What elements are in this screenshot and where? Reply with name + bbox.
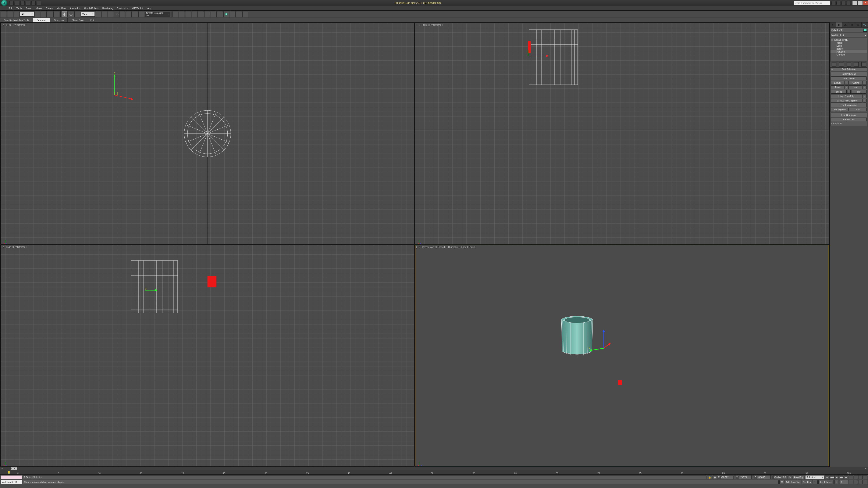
extrude-button[interactable]: Extrude <box>831 81 844 85</box>
percent-snap-icon[interactable] <box>126 11 132 17</box>
gizmo-top[interactable]: y <box>108 72 134 106</box>
viewport-persp-label[interactable]: [ + ] [ Perspective ] [ Smooth + Highlig… <box>416 246 476 248</box>
viewport-left-label[interactable]: [ + ] [ Left ] [ Wireframe ] <box>1 246 27 248</box>
outline-button[interactable]: Outline <box>849 81 863 85</box>
qat-undo-icon[interactable] <box>26 1 30 5</box>
ribbon-tab-objectpaint[interactable]: Object Paint <box>68 18 88 22</box>
orbit-icon[interactable] <box>858 480 863 484</box>
window-close[interactable]: ✕ <box>863 1 868 5</box>
gizmo-perspective[interactable]: y <box>589 329 619 359</box>
bridge-button[interactable]: Bridge <box>831 90 846 94</box>
named-selection-combo[interactable]: Create Selection Se <box>145 12 170 17</box>
keyboard-shortcut-icon[interactable] <box>108 11 114 17</box>
qat-new-icon[interactable] <box>9 1 13 5</box>
show-end-result-icon[interactable] <box>839 62 844 66</box>
ref-coord-combo[interactable]: View <box>81 12 95 17</box>
pin-stack-icon[interactable] <box>832 62 836 66</box>
viewport-left[interactable]: [ + ] [ Left ] [ Wireframe ] y <box>0 245 414 466</box>
viewport-top-label[interactable]: [ + ] [ Top ] [ Wireframe ] <box>1 24 26 26</box>
qat-save-icon[interactable] <box>20 1 25 5</box>
menu-animation[interactable]: Animation <box>70 7 80 9</box>
fov-icon[interactable] <box>849 480 853 484</box>
qat-open-icon[interactable] <box>15 1 19 5</box>
turn-button[interactable]: Turn <box>849 107 867 111</box>
maximize-viewport-icon[interactable] <box>863 480 867 484</box>
stack-root[interactable]: Editable Poly <box>834 38 848 41</box>
menu-modifiers[interactable]: Modifiers <box>57 7 66 9</box>
panel-modify-icon[interactable]: ◐ <box>836 23 842 27</box>
render-setup-icon[interactable] <box>211 11 217 17</box>
viewport-perspective[interactable]: [ + ] [ Perspective ] [ Smooth + Highlig… <box>415 245 829 466</box>
repeat-last-button[interactable]: Repeat Last <box>831 118 867 121</box>
extrude-spline-button[interactable]: Extrude Along Spline <box>831 99 863 102</box>
app-icon[interactable]: S <box>1 0 7 6</box>
schematic-view-icon[interactable] <box>198 11 204 17</box>
coord-z[interactable] <box>757 475 770 479</box>
zoom-icon[interactable] <box>849 475 853 479</box>
key-filters-button[interactable]: Key Filters... <box>818 480 833 484</box>
ribbon-tab-selection[interactable]: Selection <box>50 18 68 22</box>
favorites-icon[interactable] <box>841 1 845 5</box>
select-by-name-icon[interactable] <box>41 11 46 17</box>
zoom-extents-icon[interactable] <box>858 475 863 479</box>
lock-selection-icon[interactable]: 🔒 <box>707 475 712 479</box>
viewport-front-label[interactable]: [ + ] [ Front ] [ Wireframe ] <box>416 24 443 26</box>
hinge-settings-icon[interactable]: ▫ <box>863 94 867 98</box>
rollout-edit-polygons[interactable]: −Edit Polygons <box>830 72 867 76</box>
rendered-frame-icon[interactable] <box>217 11 223 17</box>
coord-z-spinner[interactable] <box>770 475 772 479</box>
rotate-icon[interactable] <box>68 11 74 17</box>
qat-redo-icon[interactable] <box>31 1 36 5</box>
mirror-icon[interactable] <box>173 11 179 17</box>
adaptive-degrad-icon[interactable]: ⚙ <box>788 475 792 479</box>
manipulate-icon[interactable] <box>101 11 107 17</box>
select-object-icon[interactable] <box>34 11 40 17</box>
selection-filter-combo[interactable]: All <box>20 12 34 17</box>
coord-x-spinner[interactable] <box>734 475 736 479</box>
teapot-icon[interactable] <box>242 11 248 17</box>
rect-region-icon[interactable] <box>47 11 53 17</box>
sub-edge[interactable]: Edge <box>831 44 867 47</box>
window-restore[interactable]: ❐ <box>858 1 863 5</box>
menu-help[interactable]: Help <box>147 7 152 9</box>
rollout-soft-selection[interactable]: +Soft Selection <box>830 67 867 71</box>
viewport-front[interactable]: [ + ] [ Front ] [ Wireframe ] <box>415 23 829 245</box>
panel-utilities-icon[interactable]: 🔧 <box>862 23 868 27</box>
spinner-snap-icon[interactable] <box>132 11 138 17</box>
ribbon-expand-icon[interactable]: ▢ ▾ <box>90 19 94 22</box>
current-frame-field[interactable] <box>840 480 848 484</box>
menu-tools[interactable]: Tools <box>16 7 22 9</box>
make-unique-icon[interactable] <box>846 62 851 66</box>
menu-create[interactable]: Create <box>46 7 53 9</box>
goto-end-icon[interactable]: ⏭ <box>844 475 848 479</box>
bridge-settings-icon[interactable]: ▫ <box>847 90 850 94</box>
extrude-settings-icon[interactable]: ▫ <box>845 81 848 85</box>
trackbar[interactable]: 0510 152025 303540 455055 606570 758085 … <box>0 470 868 475</box>
time-config-icon[interactable]: ⏯ <box>834 480 839 484</box>
sub-polygon[interactable]: Polygon <box>831 50 867 53</box>
bind-spacewarp-icon[interactable] <box>13 11 20 17</box>
menu-group[interactable]: Group <box>26 7 32 9</box>
panel-display-icon[interactable]: ▭ <box>855 23 862 27</box>
render-production-icon[interactable] <box>223 11 229 17</box>
scale-icon[interactable] <box>74 11 80 17</box>
object-color-swatch[interactable] <box>863 29 867 32</box>
zoom-all-icon[interactable] <box>854 475 858 479</box>
help-icon[interactable] <box>846 1 850 5</box>
key-mode-combo[interactable]: Selected <box>805 475 824 479</box>
viewport-top[interactable]: [ + ] [ Top ] [ Wireframe ] <box>0 23 414 245</box>
remove-modifier-icon[interactable] <box>854 62 859 66</box>
object-name-field[interactable] <box>831 29 863 31</box>
bevel-settings-icon[interactable]: ▫ <box>845 85 848 89</box>
goto-start-icon[interactable]: ⏮ <box>825 475 830 479</box>
menu-graph-editors[interactable]: Graph Editors <box>84 7 98 9</box>
inset-button[interactable]: Inset <box>849 85 863 89</box>
flip-button[interactable]: Flip <box>851 90 867 94</box>
sub-border[interactable]: Border <box>831 47 867 50</box>
extrude-spline-settings-icon[interactable]: ▫ <box>863 99 867 102</box>
sub-element[interactable]: Element <box>831 53 867 56</box>
layers-icon[interactable] <box>185 11 191 17</box>
pan-icon[interactable] <box>854 480 858 484</box>
set-key-button[interactable]: Set Key <box>802 480 812 484</box>
panel-motion-icon[interactable]: ◎ <box>849 23 855 27</box>
